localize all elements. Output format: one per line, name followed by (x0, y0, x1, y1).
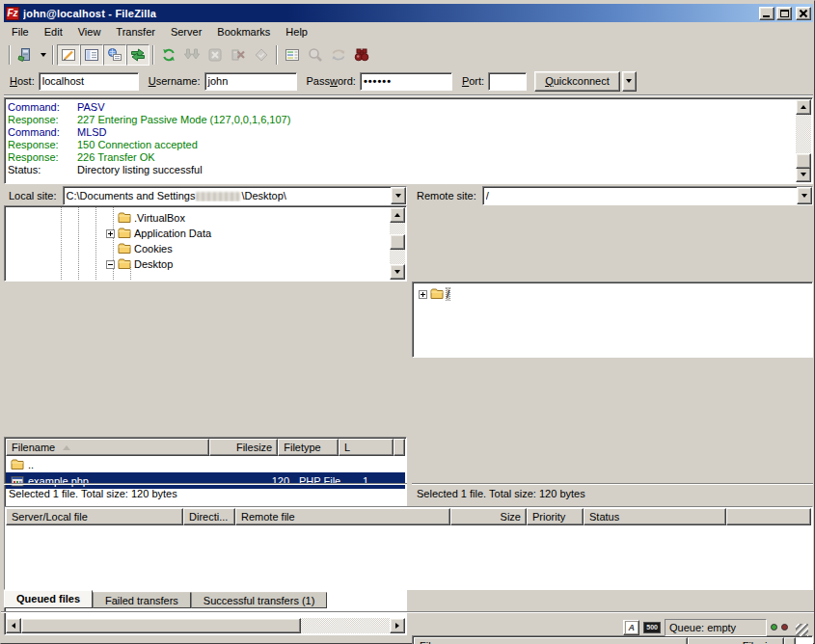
collapse-minus-icon[interactable] (106, 260, 115, 269)
host-label: Host: (10, 75, 35, 87)
chevron-down-icon (395, 194, 401, 198)
tree-item--virtualbox[interactable]: .VirtualBox (106, 210, 403, 226)
host-input[interactable]: localhost (39, 72, 139, 91)
log-line: Command:PASV (8, 101, 796, 114)
remote-site-dropdown-button[interactable] (797, 187, 812, 204)
toggle-remote-tree-button[interactable] (103, 44, 126, 66)
menu-item-edit[interactable]: Edit (37, 24, 70, 40)
quickconnect-bar: Host:localhostUsername:johnPassword:••••… (4, 67, 813, 95)
column-header-filesize[interactable]: Filesize (209, 439, 278, 456)
disconnect-icon (231, 47, 246, 63)
scroll-up-button[interactable] (796, 99, 811, 115)
local-tree-scrollbar[interactable] (390, 207, 405, 280)
local-tree-items: .VirtualBoxApplication DataCookiesDeskto… (6, 207, 405, 280)
toggle-message-log-button[interactable] (57, 44, 80, 66)
menu-item-file[interactable]: File (4, 24, 37, 40)
queue-size-text: Queue: empty (669, 622, 736, 633)
folder-icon (118, 257, 131, 271)
expand-plus-icon[interactable] (419, 290, 427, 299)
column-header-label: L (344, 442, 350, 453)
local-site-combo[interactable]: C:\Documents and Settings\Desktop\ (63, 186, 407, 205)
tree-item-cookies[interactable]: Cookies (106, 241, 403, 256)
column-header-l[interactable]: L (339, 439, 394, 456)
toggle-local-tree-button[interactable] (80, 44, 103, 66)
queue-column-server-local-file[interactable]: Server/Local file (6, 508, 183, 525)
minimize-button[interactable] (759, 7, 774, 20)
site-manager-dropdown-button[interactable] (37, 44, 49, 66)
close-button[interactable] (796, 7, 811, 20)
toggle-remote-tree-icon (107, 47, 122, 63)
speed-limit-indicator[interactable]: 500 (643, 622, 661, 633)
menu-item-help[interactable]: Help (278, 24, 315, 40)
column-header-label: Size (501, 511, 521, 523)
scroll-down-button[interactable] (796, 167, 811, 182)
file-name: .. (28, 459, 34, 470)
queue-column-remote-file[interactable]: Remote file (235, 508, 450, 525)
local-site-dropdown-button[interactable] (391, 187, 406, 204)
username-input[interactable]: john (204, 72, 297, 91)
log-line-label: Command: (8, 126, 77, 139)
tree-item-label: Desktop (134, 258, 173, 270)
process-queue-button (180, 44, 204, 66)
tree-item-label: Application Data (134, 228, 211, 239)
triangle-up-icon (394, 213, 400, 217)
toolbar-separator (152, 45, 154, 65)
find-files-icon (354, 47, 369, 63)
toggle-transfer-queue-button[interactable] (126, 44, 149, 66)
folder-icon (430, 287, 444, 301)
scroll-up-button[interactable] (390, 207, 405, 223)
queue-column-priority[interactable]: Priority (527, 508, 584, 525)
remote-site-combo[interactable]: / (482, 186, 813, 205)
log-line-text: MLSD (77, 126, 107, 139)
scrollbar-thumb[interactable] (796, 153, 811, 169)
site-manager-button[interactable] (14, 44, 37, 66)
triangle-up-icon (801, 105, 806, 109)
directory-filter-button[interactable] (281, 44, 304, 66)
tree-item-application-data[interactable]: Application Data (106, 226, 403, 241)
local-site-label: Local site: (4, 190, 63, 201)
cancel-operation-icon (207, 47, 223, 63)
chevron-down-icon (801, 194, 807, 198)
app-icon: Fz (6, 7, 19, 20)
column-header-label: Filetype (284, 442, 321, 453)
queue-column-size[interactable]: Size (450, 508, 527, 525)
refresh-button[interactable] (157, 44, 180, 66)
toolbar-separator (9, 45, 11, 65)
file-row[interactable]: .. (6, 456, 405, 472)
title-bar[interactable]: Fz john@localhost - FileZilla (4, 4, 813, 22)
port-input[interactable] (488, 72, 527, 91)
tab-successful-transfers-1-[interactable]: Successful transfers (1) (191, 592, 328, 608)
log-line: Response:226 Transfer OK (8, 151, 796, 164)
password-input[interactable]: •••••• (360, 72, 452, 91)
tree-item-root[interactable]: / (419, 286, 809, 302)
column-header-filetype[interactable]: Filetype (278, 439, 339, 456)
maximize-button[interactable] (776, 7, 792, 20)
ascii-icon: A (625, 621, 638, 634)
queue-column-directi-[interactable]: Directi... (183, 508, 235, 525)
resize-grip[interactable] (796, 624, 808, 636)
close-icon (799, 9, 808, 18)
log-line: Command:MLSD (8, 126, 796, 139)
synchronized-browsing-icon (331, 47, 346, 63)
menu-item-server[interactable]: Server (163, 24, 209, 40)
file-cell-l (358, 456, 407, 472)
quickconnect-dropdown-button[interactable] (622, 71, 637, 92)
menu-item-view[interactable]: View (70, 24, 109, 40)
toggle-message-log-icon (61, 47, 76, 63)
tab-failed-transfers[interactable]: Failed transfers (93, 592, 191, 608)
scrollbar-thumb[interactable] (390, 234, 405, 250)
scroll-down-button[interactable] (390, 264, 405, 280)
folder-icon (430, 287, 444, 301)
menu-item-transfer[interactable]: Transfer (108, 24, 163, 40)
data-type-indicator[interactable]: A (623, 620, 639, 635)
tree-item-desktop[interactable]: Desktop (106, 256, 403, 272)
quickconnect-button[interactable]: Quickconnect (534, 71, 620, 92)
expand-plus-icon[interactable] (106, 229, 115, 238)
menu-item-bookmarks[interactable]: Bookmarks (209, 24, 278, 40)
find-files-button[interactable] (350, 44, 373, 66)
tree-guide-line (95, 207, 96, 280)
message-log-scrollbar[interactable] (796, 99, 811, 182)
queue-column-status[interactable]: Status (584, 508, 726, 525)
column-header-filename[interactable]: Filename (6, 439, 209, 456)
tab-queued-files[interactable]: Queued files (4, 590, 93, 608)
